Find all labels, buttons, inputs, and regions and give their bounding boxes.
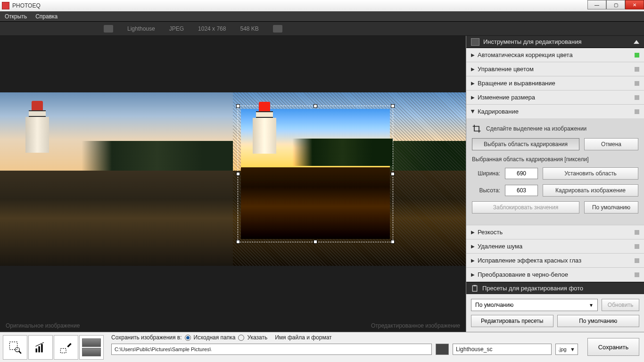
maximize-button[interactable]: ▢ — [606, 0, 625, 9]
app-logo-icon — [2, 2, 9, 9]
crop-handle-mr[interactable] — [391, 172, 395, 176]
crop-handle-ml[interactable] — [236, 172, 240, 176]
status-dot-active — [635, 53, 639, 58]
svg-rect-0 — [472, 286, 477, 291]
crop-width-input[interactable] — [505, 168, 538, 179]
image-canvas: Оригинальное изображение Отредактированн… — [0, 36, 466, 332]
set-area-button[interactable]: Установить область — [543, 167, 638, 180]
bottom-bar: Сохранить изображения в: Исходная папка … — [0, 332, 644, 362]
acc-denoise-label: Удаление шума — [478, 243, 522, 250]
acc-resize[interactable]: ▶Изменение размера — [466, 90, 644, 104]
svg-line-4 — [19, 351, 21, 354]
edit-presets-button[interactable]: Редактировать пресеты — [471, 315, 553, 327]
lock-values-button[interactable]: Заблокировать значения — [472, 201, 579, 214]
tool-color-picker[interactable] — [54, 335, 78, 360]
radio-specify-folder[interactable] — [238, 335, 244, 341]
do-crop-button[interactable]: Кадрировать изображение — [543, 184, 638, 197]
save-path-input[interactable]: C:\Users\Public\Pictures\Sample Pictures… — [111, 344, 432, 355]
status-dot — [635, 258, 639, 263]
tool-zoom-crop[interactable] — [3, 335, 27, 360]
presets-title: Пресеты для редактирования фото — [482, 285, 583, 292]
presets-defaults-button[interactable]: По умолчанию — [557, 315, 640, 327]
preset-selected: По умолчанию — [475, 302, 513, 308]
acc-rotate[interactable]: ▶Вращение и выравнивание — [466, 76, 644, 90]
tool-compare-view[interactable] — [79, 335, 104, 360]
tools-panel-header[interactable]: Инструменты для редактирования — [466, 36, 644, 48]
crop-handle-bm[interactable] — [314, 240, 317, 244]
status-dot — [635, 109, 639, 114]
crop-height-input[interactable] — [505, 185, 538, 196]
menu-bar: Открыть Справка — [0, 11, 644, 22]
filename-format-label: Имя файла и формат — [275, 334, 331, 341]
filename-input[interactable]: Lighthouse_sc — [453, 344, 552, 355]
sliders-icon — [471, 38, 479, 46]
presets-panel-header[interactable]: Пресеты для редактирования фото — [466, 282, 644, 294]
radio-source-folder-label: Исходная папка — [194, 334, 236, 341]
acc-redeye[interactable]: ▶Исправление эффекта красных глаз — [466, 254, 644, 267]
edited-image[interactable] — [233, 92, 466, 266]
cancel-crop-button[interactable]: Отмена — [584, 138, 638, 150]
original-image — [0, 92, 233, 266]
status-dot — [635, 244, 639, 249]
refresh-presets-button[interactable]: Обновить — [602, 299, 639, 311]
acc-auto-color[interactable]: ▶Автоматическая коррекция цвета — [466, 48, 644, 62]
info-format: JPEG — [169, 25, 184, 32]
menu-open[interactable]: Открыть — [5, 13, 27, 20]
crop-handle-tl[interactable] — [236, 104, 240, 108]
preset-select[interactable]: По умолчанию ▼ — [471, 299, 598, 311]
acc-color-mgmt-label: Управление цветом — [478, 66, 534, 73]
crop-hint: Сделайте выделение на изображении — [486, 125, 586, 132]
chevron-down-icon: ▼ — [589, 303, 594, 308]
acc-auto-color-label: Автоматическая коррекция цвета — [478, 51, 573, 58]
status-dot — [635, 230, 639, 235]
acc-crop[interactable]: ▶Кадрирование — [466, 105, 644, 118]
close-button[interactable]: ✕ — [625, 0, 644, 9]
radio-specify-label: Указать — [247, 334, 267, 341]
caption-edited: Отредактированное изображение — [371, 322, 460, 329]
crop-defaults-button[interactable]: По умолчанию — [584, 201, 638, 214]
editing-sidebar: Инструменты для редактирования ▶Автомати… — [466, 36, 644, 332]
caption-original: Оригинальное изображение — [6, 322, 80, 329]
menu-help[interactable]: Справка — [35, 13, 58, 20]
save-button[interactable]: Сохранить — [587, 338, 639, 356]
crop-icon — [472, 124, 481, 133]
minimize-button[interactable]: — — [587, 0, 606, 9]
tool-histogram[interactable] — [28, 335, 53, 360]
crop-area-label: Выбранная область кадрирования [пиксели] — [472, 156, 638, 163]
image-icon — [104, 25, 113, 33]
acc-redeye-label: Исправление эффекта красных глаз — [478, 257, 581, 264]
window-title: PHOTOEQ — [12, 2, 41, 9]
radio-source-folder[interactable] — [185, 335, 191, 341]
collapse-icon — [634, 40, 639, 44]
browse-folder-button[interactable] — [436, 344, 449, 355]
crop-selection[interactable] — [238, 106, 393, 242]
save-to-label: Сохранить изображения в: — [111, 334, 182, 341]
svg-rect-7 — [41, 344, 43, 353]
crop-handle-br[interactable] — [391, 240, 395, 244]
camera-icon — [273, 25, 282, 33]
acc-resize-label: Изменение размера — [478, 94, 535, 101]
info-filename: Lighthouse — [127, 25, 155, 32]
crop-handle-tr[interactable] — [391, 104, 395, 108]
acc-sharpness[interactable]: ▶Резкость — [466, 225, 644, 239]
status-dot — [635, 272, 639, 277]
acc-crop-label: Кадрирование — [478, 108, 519, 115]
crop-handle-tm[interactable] — [314, 104, 317, 108]
select-crop-area-button[interactable]: Выбрать область кадрирования — [472, 138, 579, 150]
image-info-bar: Lighthouse JPEG 1024 x 768 548 KB — [0, 22, 644, 36]
svg-rect-8 — [60, 348, 66, 353]
svg-rect-5 — [36, 348, 38, 352]
info-dimensions: 1024 x 768 — [198, 25, 226, 32]
acc-bw[interactable]: ▶Преобразование в черно-белое — [466, 268, 644, 281]
info-filesize: 548 KB — [240, 25, 258, 32]
acc-color-mgmt[interactable]: ▶Управление цветом — [466, 62, 644, 76]
crop-width-label: Ширина: — [472, 170, 500, 177]
acc-denoise[interactable]: ▶Удаление шума — [466, 239, 644, 253]
clipboard-icon — [471, 284, 479, 293]
acc-rotate-label: Вращение и выравнивание — [478, 80, 555, 87]
crop-handle-bl[interactable] — [236, 240, 240, 244]
status-dot — [635, 67, 639, 72]
tools-panel-title: Инструменты для редактирования — [483, 38, 581, 45]
extension-select[interactable]: .jpg▼ — [555, 344, 578, 355]
svg-rect-2 — [9, 342, 17, 349]
